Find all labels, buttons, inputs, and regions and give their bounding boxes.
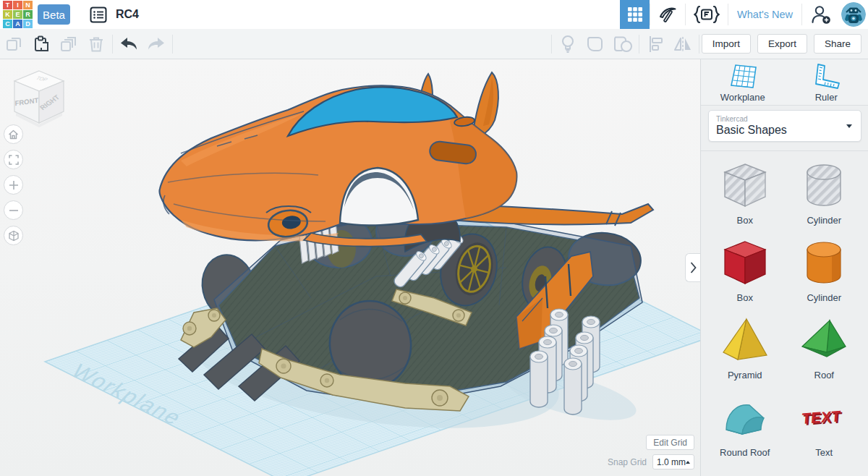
import-button[interactable]: Import [702,34,751,54]
ungroup-button[interactable] [609,32,637,56]
chevron-right-icon [690,262,697,273]
shape-tile-round-roof[interactable]: Round Roof [705,389,785,461]
view-nav-buttons [4,124,23,245]
beta-button[interactable]: Beta [38,4,70,25]
duplicate-icon [60,35,77,53]
battery-cylinder [564,358,582,415]
roof-icon [798,315,850,367]
add-person-icon [810,4,832,25]
shape-tile-roof[interactable]: Roof [785,312,864,383]
top-bar: T I N K E R C A D Beta RC4 [0,0,868,29]
logo-tile: I [13,1,22,9]
paste-icon [33,35,50,53]
edit-toolbar: Import Export Share [0,29,868,59]
shape-tile-cylinder-hole[interactable]: Cylinder [785,157,864,229]
shape-label: Text [815,447,833,458]
workplane-tool[interactable]: Workplane [701,59,785,105]
undo-button[interactable] [115,32,142,56]
zoom-out-button[interactable] [4,200,23,220]
invite-user-button[interactable] [802,0,840,29]
shape-tile-pyramid[interactable]: Pyramid [705,312,785,383]
minus-icon [9,205,19,216]
redo-button[interactable] [142,32,170,56]
paste-button[interactable] [27,32,55,56]
shapes-panel: Workplane Ruler Tinkercad Basic Shapes B [700,59,868,476]
workplane-tool-label: Workplane [720,92,765,103]
edit-grid-button[interactable]: Edit Grid [646,435,694,450]
fit-view-button[interactable] [4,150,23,169]
caret-up-icon [686,461,690,464]
grid-controls: Edit Grid Snap Grid 1.0 mm [608,435,694,469]
trash-icon [88,35,104,53]
collapse-panel-tab[interactable] [685,253,700,282]
view-cube[interactable]: TOP FRONT RIGHT [10,68,68,132]
ungroup-icon [613,35,633,53]
home-icon [8,129,19,140]
shape-tile-box[interactable]: Box [705,234,785,306]
library-brand: Tinkercad [716,115,854,123]
tips-button[interactable] [554,32,582,56]
logo-tile: D [23,20,33,28]
dashboard-grid-button[interactable] [620,0,650,29]
group-button[interactable] [582,32,609,56]
logo-tile: A [13,20,22,28]
design-properties-button[interactable] [90,7,107,23]
perspective-cube-icon [8,230,20,242]
shape-label: Roof [814,370,834,381]
logo-tile: E [13,10,22,19]
shape-label: Cylinder [807,292,841,303]
list-icon [90,7,107,23]
zoom-in-button[interactable] [4,175,23,195]
export-button[interactable]: Export [757,34,807,54]
ruler-tool[interactable]: Ruler [785,59,868,105]
shape-label: Pyramid [728,370,762,381]
text-shape-icon: TEXT TEXT [798,392,850,444]
share-button[interactable]: Share [814,34,861,54]
divider [172,35,173,54]
redo-arrow-icon [147,37,166,51]
fit-view-icon [9,155,19,165]
divider [639,35,639,54]
whats-new-link[interactable]: What's New [728,0,801,29]
box-hole-icon [719,160,771,212]
codeblocks-button[interactable] [686,0,728,29]
snap-grid-select[interactable]: 1.0 mm [652,454,694,469]
mirror-icon [673,36,692,52]
shape-tile-text[interactable]: TEXT TEXT Text [785,389,864,461]
copy-button[interactable] [0,32,27,56]
3d-scene[interactable]: Workplane [0,59,700,476]
ruler-tool-label: Ruler [815,92,838,103]
mirror-button[interactable] [669,32,697,56]
perspective-toggle-button[interactable] [4,226,23,245]
3d-viewport[interactable]: Workplane [0,59,700,476]
plus-icon [9,180,19,190]
logo-tile: R [23,10,33,19]
delete-button[interactable] [82,32,110,56]
group-icon [586,35,605,53]
car-body-shell[interactable] [159,72,653,247]
align-button[interactable] [642,32,669,56]
logo-tile: K [3,10,12,19]
shape-library-select[interactable]: Tinkercad Basic Shapes [708,110,861,142]
divider [112,35,113,54]
round-roof-icon [719,392,771,444]
undo-arrow-icon [119,37,138,51]
tinkercad-logo[interactable]: T I N K E R C A D [3,1,33,28]
logo-tile: T [3,1,12,9]
cylinder-icon [798,237,850,289]
align-icon [647,35,663,53]
chevron-down-icon [846,124,852,128]
duplicate-button[interactable] [55,32,82,56]
shape-label: Round Roof [720,447,770,458]
lightbulb-icon [561,35,575,54]
copy-icon [6,35,22,52]
home-view-button[interactable] [4,124,23,144]
shape-tile-cylinder[interactable]: Cylinder [785,234,864,306]
grid-icon [628,7,642,22]
pickaxe-icon [658,5,677,24]
battery-cylinder [530,351,548,407]
shape-tile-box-hole[interactable]: Box [705,157,785,229]
avatar[interactable] [841,2,866,27]
snap-grid-label: Snap Grid [608,457,647,467]
tinker-tools-button[interactable] [650,0,685,29]
